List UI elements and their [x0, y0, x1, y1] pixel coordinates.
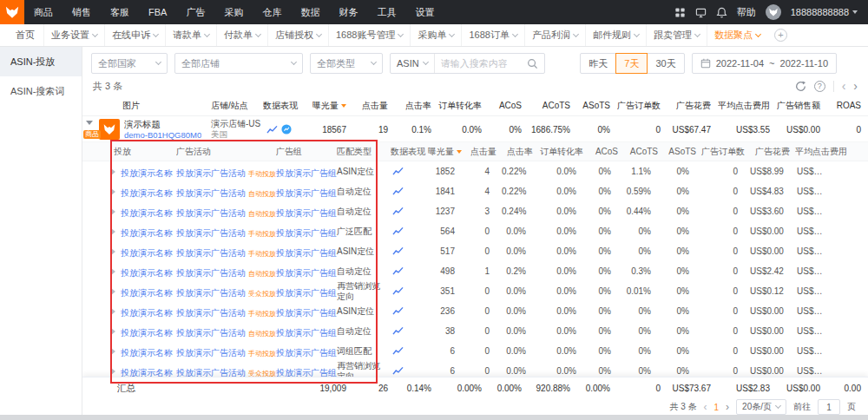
page-tab[interactable]: 1688账号管理: [328, 24, 410, 46]
col-header-clicks[interactable]: 点击量: [467, 146, 502, 158]
page-tab[interactable]: 邮件规则: [585, 24, 646, 46]
account-menu[interactable]: 18888888888: [791, 7, 858, 17]
col-header-ad-orders[interactable]: 广告订单数: [701, 146, 750, 158]
app-logo[interactable]: [0, 0, 24, 24]
campaign-link[interactable]: 投放演示广告活动: [176, 228, 246, 238]
expand-caret-icon[interactable]: [111, 368, 119, 375]
col-header-clicks[interactable]: 点击量: [353, 100, 395, 112]
expand-caret-icon[interactable]: [111, 308, 119, 315]
trend-icon[interactable]: [391, 366, 427, 376]
scroll-right-icon[interactable]: ›: [853, 81, 858, 92]
campaign-link[interactable]: 投放演示广告活动: [176, 168, 246, 178]
tab-home[interactable]: 首页: [7, 29, 43, 42]
trend-icon[interactable]: [391, 167, 427, 176]
top-menu-item[interactable]: 客服: [101, 0, 139, 24]
top-menu-item[interactable]: 设置: [405, 0, 444, 24]
page-tab[interactable]: 1688订单: [461, 24, 523, 46]
col-header-ad-spend[interactable]: 广告花费: [667, 100, 718, 112]
top-menu-item[interactable]: 仓库: [253, 0, 291, 24]
sidebar-item-asin-targeting[interactable]: ASIN-投放: [0, 47, 82, 76]
ad-group-link[interactable]: 投放演示广告组: [276, 248, 337, 258]
top-menu-item[interactable]: 采购: [214, 0, 253, 24]
col-header-acots[interactable]: ACoTS: [529, 101, 577, 110]
product-image[interactable]: [99, 119, 120, 140]
col-header-avg-cpc[interactable]: 平均点击费用: [795, 146, 852, 158]
sort-desc-icon[interactable]: [341, 104, 346, 110]
targeting-name-link[interactable]: 投放演示名称: [121, 328, 173, 338]
top-menu-item[interactable]: FBA: [139, 0, 176, 24]
help-link[interactable]: 帮助: [737, 6, 756, 19]
trend-icon[interactable]: [391, 326, 427, 336]
apps-icon[interactable]: [674, 7, 686, 18]
page-tab[interactable]: 在线申诉: [104, 24, 165, 46]
bell-icon[interactable]: [716, 7, 727, 18]
col-header-asots[interactable]: ASoTS: [577, 101, 617, 110]
page-tab[interactable]: 跟卖管理: [646, 24, 707, 46]
page-tab[interactable]: 产品利润: [524, 24, 585, 46]
country-select[interactable]: 全部国家: [91, 53, 168, 74]
targeting-name-link[interactable]: 投放演示名称: [121, 188, 173, 198]
trend-icon[interactable]: [391, 187, 427, 196]
ad-group-link[interactable]: 投放演示广告组: [276, 168, 337, 178]
col-header-acos[interactable]: ACoS: [589, 147, 623, 156]
top-menu-item[interactable]: 商品: [24, 0, 62, 24]
expand-caret-icon[interactable]: [111, 348, 119, 355]
ad-group-link[interactable]: 投放演示广告组: [276, 268, 337, 278]
campaign-link[interactable]: 投放演示广告活动: [176, 348, 246, 358]
ad-group-link[interactable]: 投放演示广告组: [276, 368, 337, 377]
trend-icon[interactable]: [391, 306, 427, 316]
ad-group-link[interactable]: 投放演示广告组: [276, 288, 337, 298]
current-page[interactable]: 1: [714, 403, 720, 412]
refresh-icon[interactable]: [795, 81, 806, 92]
prev-page-icon[interactable]: ‹: [704, 402, 707, 412]
targeting-name-link[interactable]: 投放演示名称: [121, 288, 173, 298]
search-icon[interactable]: [522, 54, 544, 73]
shop-select[interactable]: 全部店铺: [174, 53, 303, 74]
targeting-name-link[interactable]: 投放演示名称: [121, 308, 173, 318]
targeting-name-link[interactable]: 投放演示名称: [121, 268, 173, 278]
sort-desc-icon[interactable]: [457, 150, 462, 156]
top-menu-item[interactable]: 广告: [176, 0, 214, 24]
ad-group-link[interactable]: 投放演示广告组: [276, 348, 337, 358]
col-header-ctr[interactable]: 点击率: [395, 100, 438, 112]
page-tab-active[interactable]: 数据聚点: [707, 24, 767, 46]
col-header-impressions[interactable]: 曝光量: [299, 100, 353, 112]
collapse-caret-icon[interactable]: [86, 121, 93, 128]
campaign-link[interactable]: 投放演示广告活动: [176, 308, 246, 318]
targeting-name-link[interactable]: 投放演示名称: [121, 168, 173, 178]
campaign-link[interactable]: 投放演示广告活动: [176, 248, 246, 258]
page-tab[interactable]: 采购单: [410, 24, 461, 46]
top-menu-item[interactable]: 数据: [291, 0, 329, 24]
trend-icon[interactable]: [391, 266, 427, 276]
col-header-ad-orders[interactable]: 广告订单数: [617, 100, 667, 112]
help-circle-icon[interactable]: ?: [814, 81, 825, 92]
top-menu-item[interactable]: 财务: [329, 0, 367, 24]
ad-group-link[interactable]: 投放演示广告组: [276, 308, 337, 318]
expand-caret-icon[interactable]: [111, 268, 119, 275]
trend-icon[interactable]: [391, 346, 427, 356]
trend-icon[interactable]: [391, 226, 427, 236]
campaign-link[interactable]: 投放演示广告活动: [176, 208, 246, 218]
col-header-ad-spend[interactable]: 广告花费: [750, 146, 795, 158]
trend-icon[interactable]: [391, 207, 427, 216]
campaign-link[interactable]: 投放演示广告活动: [176, 288, 246, 298]
preset-30days-button[interactable]: 30天: [647, 53, 684, 74]
ad-group-link[interactable]: 投放演示广告组: [276, 208, 337, 218]
ad-group-link[interactable]: 投放演示广告组: [276, 228, 337, 238]
targeting-name-link[interactable]: 投放演示名称: [121, 248, 173, 258]
page-tab[interactable]: 店铺授权: [267, 24, 328, 46]
ad-group-link[interactable]: 投放演示广告组: [276, 328, 337, 338]
col-header-asots[interactable]: ASoTS: [663, 147, 701, 156]
col-header-roas[interactable]: ROAS: [827, 101, 868, 110]
top-menu-item[interactable]: 销售: [62, 0, 101, 24]
campaign-link[interactable]: 投放演示广告活动: [176, 328, 246, 338]
targeting-name-link[interactable]: 投放演示名称: [121, 228, 173, 238]
next-page-icon[interactable]: ›: [726, 402, 729, 412]
search-field-select[interactable]: ASIN: [391, 54, 435, 73]
col-header-impressions[interactable]: 曝光量: [427, 146, 467, 158]
col-header-acos[interactable]: ACoS: [489, 101, 529, 110]
page-tab[interactable]: 业务设置: [43, 24, 104, 46]
type-select[interactable]: 全部类型: [310, 53, 383, 74]
col-header-avg-cpc[interactable]: 平均点击费用: [718, 100, 777, 112]
col-header-ctr[interactable]: 点击率: [502, 146, 538, 158]
